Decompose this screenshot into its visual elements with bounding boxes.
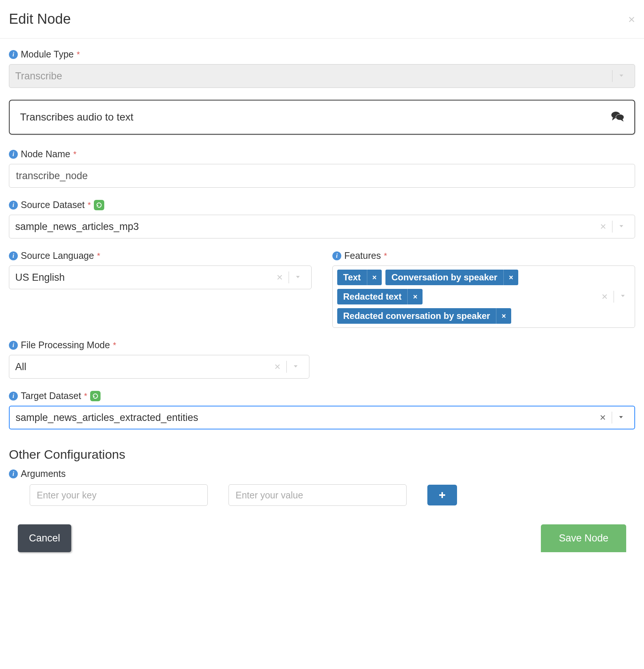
modal-title: Edit Node: [9, 11, 71, 27]
module-type-value: Transcribe: [15, 70, 611, 82]
info-icon[interactable]: i: [9, 251, 18, 260]
file-processing-mode-label-text: File Processing Mode: [21, 340, 110, 350]
info-icon[interactable]: i: [9, 469, 18, 478]
info-icon[interactable]: i: [9, 341, 18, 350]
add-argument-button[interactable]: [427, 485, 457, 505]
feature-tag: Text×: [337, 270, 382, 285]
target-dataset-select[interactable]: sample_news_articles_extracted_entities …: [9, 406, 635, 429]
chevron-down-icon[interactable]: [614, 412, 628, 424]
chevron-down-icon[interactable]: [614, 70, 629, 82]
language-features-row: i Source Language * US English × i Featu…: [9, 250, 635, 340]
arguments-row: [9, 484, 635, 506]
clear-icon[interactable]: ×: [596, 221, 611, 233]
other-configurations-title: Other Configurations: [9, 447, 635, 462]
select-indicators: ×: [596, 221, 629, 233]
node-name-group: i Node Name *: [9, 149, 635, 188]
source-dataset-select[interactable]: sample_news_articles_mp3 ×: [9, 215, 635, 238]
chevron-down-icon[interactable]: [615, 292, 630, 301]
file-processing-mode-group: i File Processing Mode * All ×: [9, 340, 635, 379]
required-marker: *: [84, 391, 88, 401]
save-node-button[interactable]: Save Node: [541, 524, 626, 552]
select-indicators: ×: [595, 412, 628, 424]
tag-remove-icon[interactable]: ×: [367, 270, 382, 285]
source-language-select[interactable]: US English ×: [9, 266, 312, 289]
clear-icon[interactable]: ×: [595, 412, 610, 424]
select-indicators: [611, 70, 629, 82]
argument-value-input[interactable]: [229, 484, 407, 506]
source-dataset-group: i Source Dataset * sample_news_articles_…: [9, 200, 635, 238]
separator: [286, 361, 287, 373]
target-dataset-label: i Target Dataset *: [9, 390, 635, 401]
node-name-label-text: Node Name: [21, 149, 70, 159]
arguments-label: i Arguments: [9, 468, 635, 479]
source-language-label-text: Source Language: [21, 250, 94, 261]
info-icon[interactable]: i: [9, 50, 18, 59]
features-group: i Features * Text×Conversation by speake…: [332, 250, 635, 328]
source-language-group: i Source Language * US English ×: [9, 250, 312, 328]
node-name-label: i Node Name *: [9, 149, 635, 159]
module-type-select[interactable]: Transcribe: [9, 64, 635, 88]
select-indicators: ×: [270, 361, 303, 373]
select-indicators: ×: [597, 291, 630, 303]
clear-icon[interactable]: ×: [597, 291, 612, 303]
tag-remove-icon[interactable]: ×: [503, 270, 519, 285]
source-language-value: US English: [15, 272, 272, 283]
tag-remove-icon[interactable]: ×: [407, 289, 423, 304]
separator: [612, 221, 612, 233]
features-label-text: Features: [344, 250, 381, 261]
required-marker: *: [77, 50, 80, 59]
close-icon[interactable]: ×: [628, 13, 635, 25]
info-icon[interactable]: i: [332, 251, 341, 260]
modal-footer: Cancel Save Node: [9, 517, 635, 552]
tag-remove-icon[interactable]: ×: [496, 308, 511, 324]
cancel-button[interactable]: Cancel: [18, 524, 71, 552]
chevron-down-icon[interactable]: [614, 221, 629, 233]
required-marker: *: [73, 149, 76, 159]
features-select[interactable]: Text×Conversation by speaker×Redacted te…: [332, 266, 635, 328]
feature-tag: Conversation by speaker×: [385, 270, 518, 285]
module-type-label: i Module Type *: [9, 49, 635, 60]
feature-tag-label: Text: [337, 270, 367, 285]
chevron-down-icon[interactable]: [290, 272, 305, 283]
feature-tag: Redacted conversation by speaker×: [337, 308, 511, 324]
target-dataset-value: sample_news_articles_extracted_entities: [16, 412, 595, 424]
svg-rect-3: [439, 494, 445, 496]
required-marker: *: [97, 251, 100, 261]
node-name-input[interactable]: [9, 164, 635, 188]
feature-tag-label: Conversation by speaker: [385, 270, 503, 285]
file-processing-mode-label: i File Processing Mode *: [9, 340, 635, 350]
select-indicators: ×: [272, 271, 305, 283]
required-marker: *: [384, 251, 387, 261]
source-dataset-label-text: Source Dataset: [21, 200, 85, 210]
file-processing-mode-value: All: [15, 361, 270, 373]
features-label: i Features *: [332, 250, 635, 261]
target-dataset-label-text: Target Dataset: [21, 390, 81, 401]
module-type-group: i Module Type * Transcribe: [9, 49, 635, 88]
modal-header: Edit Node ×: [0, 0, 644, 39]
separator: [612, 412, 612, 424]
clear-icon[interactable]: ×: [272, 271, 287, 283]
required-marker: *: [113, 340, 116, 350]
required-marker: *: [88, 200, 91, 210]
refresh-icon[interactable]: [94, 200, 104, 210]
chat-icon[interactable]: [611, 111, 624, 123]
source-dataset-label: i Source Dataset *: [9, 200, 635, 210]
refresh-icon[interactable]: [90, 391, 101, 401]
clear-icon[interactable]: ×: [270, 361, 285, 373]
source-dataset-value: sample_news_articles_mp3: [15, 221, 596, 233]
feature-tag-label: Redacted conversation by speaker: [337, 308, 496, 324]
features-tags: Text×Conversation by speaker×Redacted te…: [337, 270, 597, 324]
module-description: Transcribes audio to text: [9, 100, 635, 135]
file-processing-mode-select[interactable]: All ×: [9, 355, 309, 379]
info-icon[interactable]: i: [9, 201, 18, 210]
chevron-down-icon[interactable]: [288, 361, 303, 373]
module-type-label-text: Module Type: [21, 49, 74, 60]
feature-tag: Redacted text×: [337, 289, 423, 304]
info-icon[interactable]: i: [9, 150, 18, 159]
source-language-label: i Source Language *: [9, 250, 312, 261]
arguments-label-text: Arguments: [21, 468, 66, 479]
argument-key-input[interactable]: [30, 484, 208, 506]
feature-tag-label: Redacted text: [337, 289, 407, 304]
separator: [612, 70, 612, 82]
info-icon[interactable]: i: [9, 392, 18, 401]
